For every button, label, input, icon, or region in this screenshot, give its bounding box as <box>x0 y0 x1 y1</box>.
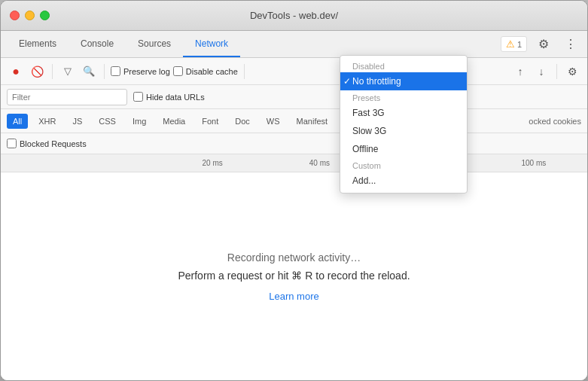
dropdown-section-custom: Custom <box>340 158 467 172</box>
tab-sources[interactable]: Sources <box>126 31 183 57</box>
blocked-requests-bar: Blocked Requests <box>1 133 587 154</box>
tabs-right-actions: ⚠ 1 ⚙ ⋮ <box>501 31 581 57</box>
dropdown-item-offline[interactable]: Offline <box>340 140 467 158</box>
type-btn-media[interactable]: Media <box>157 114 191 129</box>
window-title: DevTools - web.dev/ <box>250 10 338 21</box>
close-button[interactable] <box>10 11 20 20</box>
time-marker-100: 100 ms <box>480 159 587 167</box>
type-btn-js[interactable]: JS <box>66 114 88 129</box>
more-icon[interactable]: ⋮ <box>560 34 581 55</box>
preserve-log-checkbox[interactable]: Preserve log <box>111 66 170 76</box>
network-settings-button[interactable]: ⚙ <box>563 62 581 81</box>
separator-1 <box>52 64 53 79</box>
disable-cache-checkbox[interactable]: Disable cache <box>173 66 238 76</box>
dropdown-section-disabled: Disabled <box>340 59 467 72</box>
type-btn-ws[interactable]: WS <box>260 114 286 129</box>
type-btn-all[interactable]: All <box>7 114 28 129</box>
filter-button[interactable]: ▽ <box>59 62 77 81</box>
perform-text: Perform a request or hit ⌘ R to record t… <box>178 270 410 282</box>
warning-badge[interactable]: ⚠ 1 <box>501 36 527 52</box>
blocked-requests-label: Blocked Requests <box>20 139 87 148</box>
separator-3 <box>244 64 245 79</box>
warning-icon: ⚠ <box>506 38 515 50</box>
time-marker-20: 20 ms <box>159 159 266 167</box>
type-filter-bar: All XHR JS CSS Img Media Font Doc WS Man… <box>1 109 587 133</box>
dropdown-item-fast-3g[interactable]: Fast 3G <box>340 104 467 122</box>
stop-recording-button[interactable]: 🚫 <box>28 62 46 81</box>
traffic-lights <box>10 11 50 20</box>
tabs-bar: Elements Console Sources Network ⚠ 1 ⚙ ⋮ <box>1 31 587 58</box>
minimize-button[interactable] <box>25 11 35 20</box>
timeline-header: 20 ms 40 ms 60 ms 100 ms <box>1 154 587 172</box>
blocked-requests-checkbox[interactable] <box>7 139 17 148</box>
type-btn-css[interactable]: CSS <box>93 114 122 129</box>
hide-data-urls-checkbox[interactable]: Hide data URLs <box>133 92 205 102</box>
type-btn-manifest[interactable]: Manifest <box>291 114 334 129</box>
upload-button[interactable]: ↑ <box>511 62 529 81</box>
dropdown-item-add[interactable]: Add... <box>340 172 467 190</box>
network-toolbar: ● 🚫 ▽ 🔍 Preserve log Disable cache ↑ ↓ ⚙ <box>1 58 587 85</box>
record-button[interactable]: ● <box>7 62 25 81</box>
title-bar: DevTools - web.dev/ <box>1 1 587 31</box>
throttle-dropdown: Disabled ✓ No throttling Presets Fast 3G… <box>340 55 468 194</box>
type-btn-font[interactable]: Font <box>196 114 224 129</box>
maximize-button[interactable] <box>40 11 50 20</box>
learn-more-link[interactable]: Learn more <box>269 291 318 302</box>
search-button[interactable]: 🔍 <box>80 62 98 81</box>
tab-network[interactable]: Network <box>183 31 240 57</box>
dropdown-item-no-throttling[interactable]: ✓ No throttling <box>340 72 467 90</box>
type-btn-doc[interactable]: Doc <box>229 114 256 129</box>
devtools-window: DevTools - web.dev/ Elements Console Sou… <box>0 0 588 381</box>
checkmark-icon: ✓ <box>343 76 351 87</box>
tab-elements[interactable]: Elements <box>7 31 69 57</box>
recording-text: Recording network activity… <box>227 251 361 264</box>
dropdown-section-presets: Presets <box>340 90 467 104</box>
filter-bar: Hide data URLs <box>1 85 587 109</box>
dropdown-item-slow-3g[interactable]: Slow 3G <box>340 122 467 140</box>
filter-input[interactable] <box>7 89 127 105</box>
settings-icon[interactable]: ⚙ <box>533 34 554 55</box>
blocked-cookies-label: ocked cookies <box>529 117 581 126</box>
tab-console[interactable]: Console <box>69 31 126 57</box>
download-button[interactable]: ↓ <box>532 62 550 81</box>
type-btn-xhr[interactable]: XHR <box>32 114 62 129</box>
main-content: Recording network activity… Perform a re… <box>1 172 587 380</box>
separator-2 <box>104 64 105 79</box>
separator-4 <box>556 64 557 79</box>
type-btn-img[interactable]: Img <box>126 114 152 129</box>
